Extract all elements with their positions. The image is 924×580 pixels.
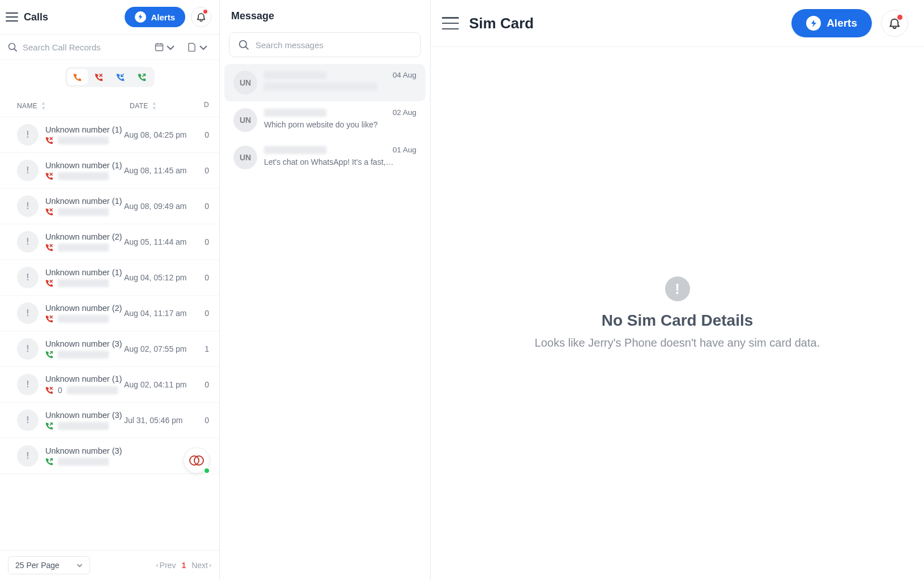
messages-search-input[interactable] [256, 40, 411, 50]
call-row[interactable]: ! Unknown number (1) Aug 08, 11:45 am 0 [0, 153, 219, 189]
alerts-button[interactable]: Alerts [791, 9, 872, 37]
alerts-button[interactable]: Alerts [125, 7, 185, 27]
call-date: Aug 08, 11:45 am [124, 166, 198, 175]
avatar: ! [17, 445, 39, 467]
call-row[interactable]: ! Unknown number (1) 0 Aug 02, 04:11 pm … [0, 367, 219, 403]
redacted-number [58, 315, 109, 323]
call-name: Unknown number (2) [45, 304, 124, 313]
call-date: Jul 31, 05:46 pm [124, 416, 198, 425]
search-icon [8, 42, 17, 52]
call-duration: 0 [198, 309, 209, 318]
avatar: ! [17, 267, 39, 288]
avatar: UN [233, 108, 257, 132]
notifications-button[interactable] [881, 10, 908, 37]
bolt-icon [806, 16, 821, 31]
next-page-button[interactable]: Next › [191, 561, 211, 570]
redacted-number [67, 386, 118, 394]
messages-search[interactable] [229, 32, 421, 57]
call-date: Aug 02, 07:55 pm [124, 344, 198, 353]
call-row[interactable]: ! Unknown number (3) Jul 31, 05:46 pm 0 [0, 403, 219, 438]
call-type-filter [0, 60, 219, 95]
call-name: Unknown number (3) [45, 446, 124, 455]
col-name[interactable]: NAME▲▼ [17, 101, 130, 111]
call-row[interactable]: ! Unknown number (2) Aug 04, 11:17 am 0 [0, 296, 219, 331]
chevron-down-icon [76, 562, 83, 568]
call-row[interactable]: ! Unknown number (1) Aug 04, 05:12 pm 0 [0, 260, 219, 296]
menu-icon[interactable] [442, 17, 459, 29]
call-row[interactable]: ! Unknown number (2) Aug 05, 11:44 am 0 [0, 224, 219, 260]
call-duration: 1 [198, 344, 209, 353]
call-name: Unknown number (1) [45, 374, 124, 383]
call-row[interactable]: ! Unknown number (3) Aug 02, 07:55 pm 1 [0, 331, 219, 367]
messages-panel: Message UN 04 Aug UN 02 Aug Which porn w… [220, 0, 431, 580]
calendar-icon [155, 42, 164, 52]
redacted-number [58, 279, 109, 287]
call-name: Unknown number (1) [45, 197, 124, 206]
date-filter-button[interactable] [151, 40, 178, 54]
calls-title: Calls [24, 11, 48, 23]
redacted-sender [264, 146, 326, 154]
message-date: 04 Aug [393, 71, 416, 79]
call-row[interactable]: ! Unknown number (1) Aug 08, 04:25 pm 0 [0, 117, 219, 153]
search-input[interactable] [23, 42, 146, 52]
alert-icon: ! [665, 276, 690, 301]
calls-panel: Calls Alerts [0, 0, 220, 580]
message-date: 01 Aug [393, 146, 416, 154]
redacted-sender [264, 71, 326, 79]
search-icon [239, 40, 249, 50]
prev-page-button[interactable]: ‹ Prev [156, 561, 176, 570]
call-type-icon [45, 208, 53, 216]
col-date[interactable]: DATE▲▼ [130, 101, 198, 111]
export-button[interactable] [184, 40, 211, 54]
call-date: Aug 02, 04:11 pm [124, 380, 198, 389]
message-item[interactable]: UN 04 Aug [224, 64, 425, 101]
filter-incoming-calls[interactable] [110, 69, 131, 85]
calls-header: Calls Alerts [0, 0, 219, 35]
per-page-label: 25 Per Page [15, 561, 59, 570]
call-type-icon [45, 137, 53, 144]
menu-icon[interactable] [6, 12, 18, 22]
alerts-label: Alerts [151, 12, 175, 22]
recording-badge[interactable] [184, 447, 210, 474]
filter-missed-calls[interactable] [89, 69, 109, 85]
call-date: Aug 05, 11:44 am [124, 237, 198, 246]
message-item[interactable]: UN 01 Aug Let's chat on WhatsApp! It's a… [224, 139, 425, 176]
call-name: Unknown number (1) [45, 125, 124, 134]
sim-empty-state: ! No Sim Card Details Looks like Jerry's… [431, 47, 924, 580]
call-name: Unknown number (3) [45, 411, 124, 420]
calls-list: ! Unknown number (1) Aug 08, 04:25 pm 0 … [0, 117, 219, 550]
filter-all-calls[interactable] [67, 69, 88, 85]
redacted-number [58, 244, 109, 251]
call-duration: 0 [198, 380, 209, 389]
calls-search-bar [0, 35, 219, 60]
status-dot-online [203, 467, 210, 474]
call-name: Unknown number (3) [45, 339, 124, 348]
call-type-icon [45, 458, 53, 466]
call-type-icon [45, 315, 53, 323]
redacted-number [58, 458, 109, 466]
message-item[interactable]: UN 02 Aug Which porn website do you like… [224, 101, 425, 139]
filter-outgoing-calls[interactable] [132, 69, 152, 85]
per-page-select[interactable]: 25 Per Page [8, 556, 90, 574]
call-duration: 0 [198, 273, 209, 282]
sim-panel: Sim Card Alerts ! No Sim Card Details Lo… [431, 0, 924, 580]
call-number-prefix: 0 [58, 386, 62, 395]
empty-subtitle: Looks like Jerry's Phone doesn't have an… [535, 335, 820, 351]
avatar: ! [17, 195, 39, 217]
call-name: Unknown number (1) [45, 268, 124, 277]
redacted-number [58, 137, 109, 144]
notifications-button[interactable] [191, 7, 211, 27]
messages-list: UN 04 Aug UN 02 Aug Which porn website d… [220, 64, 430, 176]
call-date: Aug 04, 05:12 pm [124, 273, 198, 282]
avatar: UN [233, 146, 257, 169]
call-row[interactable]: ! Unknown number (1) Aug 08, 09:49 am 0 [0, 189, 219, 224]
col-d: D [198, 101, 209, 111]
redacted-number [58, 422, 109, 430]
call-duration: 0 [198, 202, 209, 211]
call-date: Aug 04, 11:17 am [124, 309, 198, 318]
call-duration: 0 [198, 166, 209, 175]
call-type-icon [45, 351, 53, 359]
empty-title: No Sim Card Details [602, 312, 753, 330]
sort-icon: ▲▼ [41, 101, 46, 111]
current-page: 1 [181, 561, 186, 570]
